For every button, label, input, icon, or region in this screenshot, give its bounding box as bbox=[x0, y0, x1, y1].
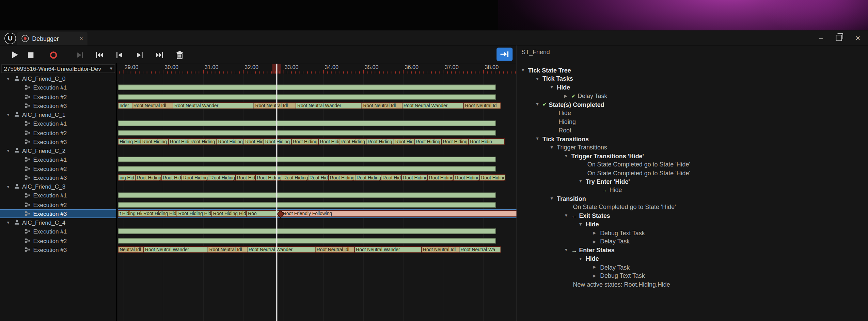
expander-icon[interactable]: ▼ bbox=[6, 184, 12, 189]
track-bar-segments[interactable]: nderRoot Neutral IdlRoot Neutral WanderR… bbox=[118, 102, 501, 109]
state-segment[interactable]: Root Hiding Hid bbox=[356, 175, 381, 180]
record-button[interactable] bbox=[47, 50, 59, 60]
tree-row-controller[interactable]: ▼AIC_Friend_C_3 bbox=[0, 182, 116, 191]
tree-row-execution[interactable]: Execution #2 bbox=[0, 164, 116, 173]
inspector-row[interactable]: ▼Tick State Tree bbox=[521, 66, 571, 74]
state-segment[interactable]: Root Neutral Wander bbox=[403, 103, 463, 108]
inspector-row[interactable]: ▼Tick Tasks bbox=[535, 75, 573, 83]
track-bar-segments[interactable]: t Hiding HidRoot Hiding HidRoot Hiding H… bbox=[118, 210, 516, 217]
inspector-row[interactable]: ▼✔State(s) Completed bbox=[535, 100, 604, 109]
expander-icon[interactable]: ▼ bbox=[6, 148, 12, 153]
tree-row-execution[interactable]: Execution #3 bbox=[0, 101, 116, 110]
state-segment[interactable]: Root Neutral Id bbox=[464, 103, 500, 108]
state-segment[interactable]: Root Hiding bbox=[480, 175, 505, 180]
state-segment[interactable]: Root Hiding Hid bbox=[442, 139, 468, 144]
tree-row-execution[interactable]: Execution #1 bbox=[0, 119, 116, 128]
tab-close-icon[interactable]: × bbox=[79, 35, 83, 42]
inspector-row[interactable]: Root bbox=[550, 126, 571, 134]
state-segment[interactable]: Root Hiding Hide bbox=[136, 175, 161, 180]
state-segment[interactable]: Root Hiding Hid bbox=[264, 139, 291, 144]
track-bar-segments[interactable]: Neutral IdlRoot Neutral WanderRoot Neutr… bbox=[118, 246, 501, 253]
inspector-row[interactable]: Hide bbox=[550, 109, 571, 117]
state-segment[interactable]: Root Neutral Idl bbox=[362, 103, 402, 108]
state-segment[interactable]: Root Neutral Wander bbox=[144, 247, 208, 252]
expander-icon[interactable]: ▼ bbox=[6, 220, 12, 225]
step-back-button[interactable] bbox=[113, 50, 126, 60]
tree-row-execution[interactable]: Execution #2 bbox=[0, 128, 116, 137]
state-segment[interactable]: Root Hiding Hid bbox=[381, 175, 401, 180]
state-segment[interactable]: Root Hiding Hid bbox=[292, 139, 318, 144]
state-segment[interactable]: Root Neutral Wa bbox=[459, 247, 500, 252]
inspector-row[interactable]: ▼Try Enter 'Hide' bbox=[579, 177, 630, 186]
expander-icon[interactable]: ▼ bbox=[6, 112, 12, 117]
inspector-row[interactable]: ▼Hide bbox=[579, 220, 599, 228]
expander-open-icon[interactable]: ▼ bbox=[579, 179, 584, 184]
expander-open-icon[interactable]: ▼ bbox=[535, 76, 541, 81]
expander-open-icon[interactable]: ▼ bbox=[535, 102, 541, 107]
track-bar[interactable] bbox=[118, 85, 496, 90]
expander-closed-icon[interactable]: ▶ bbox=[593, 230, 598, 236]
expander-open-icon[interactable]: ▼ bbox=[564, 153, 569, 158]
inspector-row[interactable]: ▼Hide bbox=[550, 83, 570, 92]
state-segment[interactable]: t Hiding Hid bbox=[119, 211, 142, 216]
state-segment[interactable]: Root Friendly Following bbox=[282, 211, 516, 216]
state-segment[interactable]: Root Neutral Idl bbox=[316, 247, 354, 252]
tree-row-execution[interactable]: Execution #1 bbox=[0, 227, 116, 236]
state-segment[interactable]: Root Hiding Hid bbox=[282, 175, 308, 180]
state-segment[interactable]: Root Hiding Hid bbox=[189, 139, 217, 144]
state-segment[interactable]: Root Neutral Wander bbox=[173, 103, 254, 108]
inspector-row[interactable]: ▼Trigger Transitions 'Hide' bbox=[564, 151, 644, 160]
track-bar[interactable] bbox=[118, 238, 496, 243]
inspector-row[interactable]: ▼←Exit States bbox=[564, 211, 610, 220]
track-bar[interactable] bbox=[118, 202, 496, 207]
state-segment[interactable]: Root Neutral Idl bbox=[132, 103, 173, 108]
state-segment[interactable]: Root Hiding Hid bbox=[141, 139, 169, 144]
inspector-row[interactable]: →Hide bbox=[593, 186, 622, 194]
inspector-row[interactable]: On State Completed go to State 'Hide' bbox=[564, 203, 676, 211]
expander-open-icon[interactable]: ▼ bbox=[564, 213, 569, 219]
state-segment[interactable]: Root Hiding Hid bbox=[394, 139, 414, 144]
state-segment[interactable]: Root Neutral Wander bbox=[296, 103, 362, 108]
track-bar[interactable] bbox=[118, 157, 496, 162]
inspector-row[interactable]: ▶Debug Text Task bbox=[593, 271, 645, 280]
state-segment[interactable]: Root Hiding Hid bbox=[209, 175, 235, 180]
track-area[interactable]: nderRoot Neutral IdlRoot Neutral WanderR… bbox=[118, 74, 516, 321]
inspector-row[interactable]: Hiding bbox=[550, 117, 576, 126]
tree-row-controller[interactable]: ▼AIC_Friend_C_4 bbox=[0, 218, 116, 227]
inspector-row[interactable]: ▶✔Delay Task bbox=[564, 92, 607, 100]
step-to-end-button[interactable] bbox=[153, 50, 165, 60]
track-bar[interactable] bbox=[118, 130, 496, 135]
track-bar-segments[interactable]: Hiding HidRoot Hiding HidRoot Hiding Hid… bbox=[118, 138, 505, 145]
state-segment[interactable]: Root Hiding Hid bbox=[415, 139, 441, 144]
state-segment[interactable]: Root Hiding Hid bbox=[177, 211, 211, 216]
state-segment[interactable]: nder bbox=[119, 103, 132, 108]
tree-row-execution[interactable]: Execution #3 bbox=[0, 245, 116, 254]
state-segment[interactable]: Root Hiding Hid bbox=[428, 175, 454, 180]
expander-open-icon[interactable]: ▼ bbox=[579, 256, 584, 261]
tree-row-controller[interactable]: ▼AIC_Friend_C_2 bbox=[0, 146, 116, 155]
timeline-ruler[interactable]: 29.0030.0031.0032.0033.0034.0035.0036.00… bbox=[118, 64, 516, 74]
tree-row-controller[interactable]: ▼AIC_Friend_C_0 bbox=[0, 74, 116, 83]
resume-button-disabled[interactable] bbox=[74, 50, 86, 60]
state-segment[interactable]: Root Neutral Wander bbox=[248, 247, 315, 252]
expander-open-icon[interactable]: ▼ bbox=[550, 196, 555, 201]
state-segment[interactable]: Root Neutral Wander bbox=[355, 247, 421, 252]
tree-row-execution[interactable]: Execution #2 bbox=[0, 92, 116, 101]
inspector-row[interactable]: ▼Tick Transitions bbox=[535, 134, 589, 143]
expander-open-icon[interactable]: ▼ bbox=[564, 247, 569, 253]
play-button[interactable] bbox=[9, 50, 21, 60]
expander-open-icon[interactable]: ▼ bbox=[521, 68, 526, 73]
minimize-icon[interactable]: – bbox=[819, 35, 823, 42]
state-segment[interactable]: Root Hiding Hid bbox=[169, 139, 189, 144]
expander-icon[interactable]: ▼ bbox=[6, 76, 12, 81]
state-segment[interactable]: Root Hiding Hide bbox=[256, 175, 282, 180]
expander-open-icon[interactable]: ▼ bbox=[535, 136, 541, 141]
tab-debugger[interactable]: Debugger × bbox=[17, 32, 87, 46]
expander-closed-icon[interactable]: ▶ bbox=[564, 93, 569, 98]
tree-row-controller[interactable]: ▼AIC_Friend_C_1 bbox=[0, 110, 116, 119]
state-segment[interactable]: Root Hiding Hid bbox=[339, 139, 366, 144]
state-segment[interactable]: Root Hiding Hid bbox=[308, 175, 328, 180]
tree-row-execution[interactable]: Execution #2 bbox=[0, 200, 116, 209]
state-segment[interactable]: Neutral Idl bbox=[119, 247, 143, 252]
tree-row-execution[interactable]: Execution #2 bbox=[0, 236, 116, 245]
